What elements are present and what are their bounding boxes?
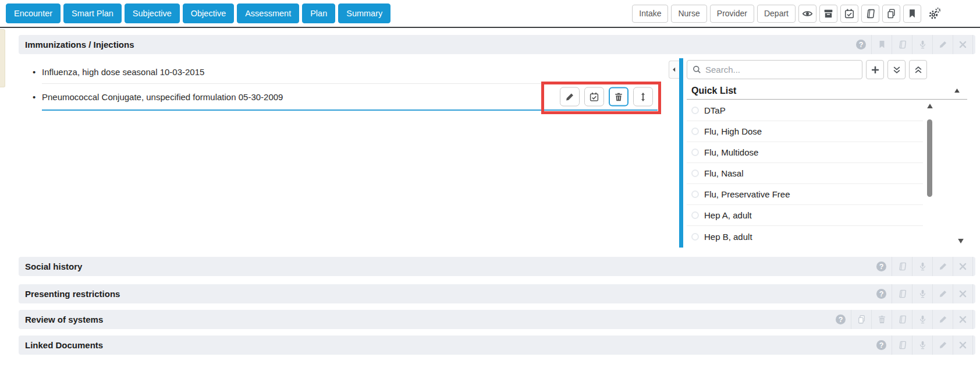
scroll-up-icon[interactable]	[926, 103, 933, 109]
tab-subjective[interactable]: Subjective	[125, 3, 180, 23]
item-label: Flu, Nasal	[704, 168, 744, 178]
expand-all-button[interactable]	[887, 60, 906, 79]
help-button[interactable]: ?	[871, 257, 892, 276]
pencil-button[interactable]	[932, 335, 953, 355]
microphone-icon	[918, 315, 928, 324]
microphone-button[interactable]	[912, 335, 932, 355]
help-icon: ?	[876, 262, 886, 271]
tab-plan[interactable]: Plan	[302, 3, 335, 23]
panel-collapse-handle[interactable]	[669, 61, 679, 79]
bookmark-button[interactable]	[871, 35, 892, 54]
microphone-button[interactable]	[912, 35, 932, 54]
quick-list-header[interactable]: Quick List	[687, 82, 967, 100]
close-button[interactable]	[953, 335, 973, 355]
section-linked-documents[interactable]: Linked Documents ?	[19, 335, 975, 355]
row-action-buttons	[560, 87, 653, 107]
radio-icon	[691, 128, 699, 135]
section-presenting-restrictions[interactable]: Presenting restrictions ?	[19, 284, 975, 303]
pencil-button[interactable]	[932, 35, 953, 54]
immunization-row-pneumococcal[interactable]: • Pneumococcal Conjugate, unspecified fo…	[42, 84, 658, 111]
book-button[interactable]	[892, 257, 912, 276]
book-button[interactable]	[892, 35, 912, 54]
search-input[interactable]	[705, 65, 857, 75]
quick-list-item-hep-a-adult[interactable]: Hep A, adult	[687, 205, 923, 226]
settings-button[interactable]	[924, 5, 944, 23]
section-title: Review of systems	[19, 315, 830, 324]
book-button[interactable]	[861, 5, 879, 23]
section-social-history[interactable]: Social history ?	[19, 257, 975, 276]
delete-row-button[interactable]	[609, 87, 629, 107]
pencil-icon	[938, 40, 948, 50]
book-button[interactable]	[892, 335, 912, 355]
section-immunizations-header[interactable]: Immunizations / Injections ?	[19, 35, 975, 54]
collapsed-left-panel-tab[interactable]	[0, 29, 5, 87]
tab-smart-plan[interactable]: Smart Plan	[63, 3, 122, 23]
book-icon	[865, 8, 876, 19]
pencil-button[interactable]	[932, 310, 953, 329]
pencil-icon	[938, 289, 948, 299]
triangle-up-icon	[954, 87, 960, 94]
help-button[interactable]: ?	[871, 284, 892, 303]
scroll-down-icon[interactable]	[957, 238, 964, 245]
calendar-button[interactable]	[840, 5, 858, 23]
book-button[interactable]	[892, 284, 912, 303]
edit-row-button[interactable]	[560, 87, 580, 107]
stage-nurse-button[interactable]: Nurse	[671, 5, 706, 23]
close-button[interactable]	[953, 284, 973, 303]
copy-button[interactable]	[851, 310, 871, 329]
stage-depart-button[interactable]: Depart	[757, 5, 796, 23]
pencil-icon	[938, 340, 948, 350]
quick-list-item-flu-high-dose[interactable]: Flu, High Dose	[687, 121, 923, 142]
book-icon	[897, 315, 907, 324]
copy-button[interactable]	[882, 5, 900, 23]
collapse-all-button[interactable]	[909, 60, 927, 79]
bookmark-button[interactable]	[903, 5, 921, 23]
quick-list-item-flu-nasal[interactable]: Flu, Nasal	[687, 163, 923, 184]
help-button[interactable]: ?	[871, 335, 892, 355]
eye-button[interactable]	[798, 5, 816, 23]
section-title: Social history	[19, 262, 871, 271]
calendar-check-icon	[589, 91, 599, 102]
immunization-row-influenza[interactable]: • Influenza, high dose seasonal 10-03-20…	[42, 61, 658, 84]
microphone-button[interactable]	[912, 284, 932, 303]
quick-list-item-flu-preservative-free[interactable]: Flu, Preservative Free	[687, 184, 923, 205]
archive-button[interactable]	[819, 5, 837, 23]
close-icon	[958, 340, 968, 350]
item-label: Flu, High Dose	[704, 126, 762, 136]
help-button[interactable]: ?	[830, 310, 851, 329]
quick-list-item-flu-multidose[interactable]: Flu, Multidose	[687, 142, 923, 163]
book-icon	[897, 262, 907, 271]
book-icon	[897, 340, 907, 350]
quick-list-scrollbar[interactable]	[926, 103, 934, 275]
quick-list-item-hep-b-adult[interactable]: Hep B, adult	[687, 226, 923, 247]
tab-summary[interactable]: Summary	[338, 3, 390, 23]
trash-button[interactable]	[871, 310, 892, 329]
add-button[interactable]	[866, 60, 884, 79]
help-button[interactable]: ?	[851, 35, 871, 54]
microphone-button[interactable]	[912, 257, 932, 276]
panel-accent-bar	[679, 58, 683, 248]
reorder-row-button[interactable]	[633, 87, 653, 107]
calendar-row-button[interactable]	[584, 87, 604, 107]
pencil-button[interactable]	[932, 284, 953, 303]
microphone-button[interactable]	[912, 310, 932, 329]
close-button[interactable]	[953, 35, 973, 54]
item-label: Flu, Multidose	[704, 147, 758, 157]
radio-icon	[691, 190, 699, 198]
tab-assessment[interactable]: Assessment	[237, 3, 299, 23]
close-button[interactable]	[953, 257, 973, 276]
section-review-of-systems[interactable]: Review of systems ?	[19, 310, 975, 329]
tab-encounter[interactable]: Encounter	[6, 3, 61, 23]
scrollbar-thumb[interactable]	[927, 119, 932, 197]
pencil-icon	[938, 262, 948, 271]
close-button[interactable]	[953, 310, 973, 329]
tab-objective[interactable]: Objective	[183, 3, 234, 23]
stage-provider-button[interactable]: Provider	[710, 5, 754, 23]
pencil-button[interactable]	[932, 257, 953, 276]
bookmark-icon	[907, 8, 918, 19]
radio-icon	[691, 233, 699, 241]
quick-list-item-dtap[interactable]: DTaP	[687, 100, 923, 121]
radio-icon	[691, 169, 699, 177]
stage-intake-button[interactable]: Intake	[632, 5, 668, 23]
book-button[interactable]	[892, 310, 912, 329]
